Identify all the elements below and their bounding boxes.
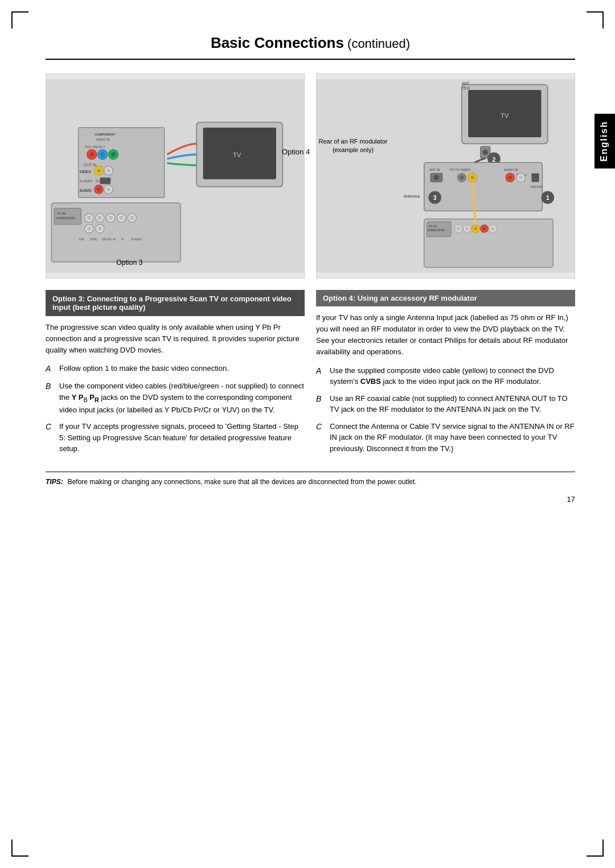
svg-text:CH3 CH4: CH3 CH4 (531, 186, 543, 189)
svg-text:AUDIO IN: AUDIO IN (503, 168, 518, 171)
option4-item-c: C Connect the Antenna or Cable TV servic… (316, 421, 575, 455)
svg-text:ATSC: ATSC (90, 238, 97, 241)
svg-rect-42 (100, 178, 110, 184)
diagram-option4-wrapper: TV ANT 75 Ω 2 ANT IN TO T (316, 73, 575, 279)
corner-mark-br (587, 840, 604, 857)
option4-content: Option 4: Using an accessory RF modulato… (316, 290, 575, 460)
option4-label: Option 4 (282, 148, 310, 156)
svg-point-33 (111, 152, 116, 157)
svg-point-77 (519, 175, 523, 180)
svg-text:AUDIO: AUDIO (80, 189, 92, 193)
svg-text:TO AV: TO AV (57, 212, 66, 215)
svg-text:75 Ω: 75 Ω (462, 86, 470, 90)
svg-point-8 (98, 216, 102, 220)
svg-point-90 (457, 227, 461, 231)
option4-item-a: A Use the supplied composite video cable… (316, 365, 575, 387)
svg-text:TV: TV (233, 152, 241, 158)
svg-text:1: 1 (546, 195, 550, 201)
svg-text:S-VIDEO: S-VIDEO (80, 179, 93, 183)
option4-header: Option 4: Using an accessory RF modulato… (316, 290, 575, 306)
option4-body: If your TV has only a single Antenna Inp… (316, 312, 575, 358)
svg-point-71 (460, 175, 464, 180)
svg-text:ANT: ANT (462, 81, 469, 85)
option3-content: Option 3: Connecting to a Progressive Sc… (46, 290, 305, 460)
svg-point-45 (97, 187, 101, 192)
tips-label: TIPS: (46, 478, 63, 486)
sidebar-tab: English (594, 114, 615, 169)
svg-text:SUBWOOFER: SUBWOOFER (427, 229, 445, 232)
svg-text:TO TV VIDEO: TO TV VIDEO (450, 168, 470, 171)
corner-mark-tr (587, 11, 604, 28)
svg-point-59 (483, 150, 488, 155)
diagram4-svg: TV ANT 75 Ω 2 ANT IN TO T (317, 74, 575, 278)
svg-text:Yr/B: Yr/B (79, 238, 84, 241)
svg-point-39 (106, 169, 111, 173)
svg-point-29 (89, 152, 94, 157)
page-title: Basic Connections (continued) (46, 34, 575, 60)
svg-point-18 (98, 227, 102, 231)
svg-text:DIGITAL IN: DIGITAL IN (102, 238, 116, 241)
tips-section: TIPS: Before making or changing any conn… (46, 472, 575, 486)
page: English Basic Connections (continued) TO… (0, 0, 615, 868)
diagram-option3: TO AV SUBWOOFER Yr/B ATSC (46, 73, 305, 279)
svg-point-75 (508, 175, 512, 180)
svg-text:Pr: Pr (121, 238, 124, 241)
svg-text:L: L (525, 173, 527, 177)
corner-mark-bl (11, 840, 28, 857)
svg-text:VIDEO IN: VIDEO IN (96, 138, 110, 141)
option4-diagram-label: Rear of an RF modulator (example only) (310, 137, 396, 155)
svg-text:Option 3: Option 3 (116, 259, 142, 267)
diagram3-svg: TO AV SUBWOOFER Yr/B ATSC (46, 74, 304, 278)
svg-point-73 (470, 175, 475, 180)
svg-rect-62 (424, 162, 543, 211)
option3-body: The progressive scan video quality is on… (46, 322, 305, 356)
diagram-option4: TV ANT 75 Ω 2 ANT IN TO T (316, 73, 575, 279)
svg-text:Pr/Cr Pb/Cb  Y: Pr/Cr Pb/Cb Y (85, 145, 105, 149)
tips-text: Before making or changing any connection… (68, 478, 417, 486)
diagrams-row: TO AV SUBWOOFER Yr/B ATSC (46, 73, 575, 279)
svg-point-92 (465, 227, 469, 231)
svg-text:TV: TV (501, 112, 509, 119)
svg-text:COMPONENT: COMPONENT (95, 133, 116, 136)
option3-item-c: C If your TV accepts progressive signals… (46, 421, 305, 455)
svg-rect-78 (532, 173, 539, 182)
svg-text:SUBWOOFER: SUBWOOFER (56, 216, 75, 220)
option3-header: Option 3: Connecting to a Progressive Sc… (46, 290, 305, 316)
svg-point-12 (119, 216, 124, 220)
svg-text:Antenna: Antenna (404, 194, 420, 199)
svg-point-96 (482, 227, 486, 231)
svg-point-47 (106, 187, 111, 192)
svg-text:2: 2 (493, 157, 496, 163)
svg-text:OUT  IN: OUT IN (84, 163, 96, 167)
svg-point-94 (474, 227, 478, 231)
option3-item-a: A Follow option 1 to make the basic vide… (46, 363, 305, 375)
svg-text:3: 3 (433, 195, 437, 201)
svg-point-10 (108, 216, 113, 220)
page-number: 17 (46, 495, 575, 503)
svg-point-14 (130, 216, 134, 220)
svg-text:ANT IN: ANT IN (429, 168, 440, 171)
svg-text:S-VIDEO: S-VIDEO (131, 238, 142, 241)
svg-text:IN: IN (96, 179, 99, 183)
svg-point-98 (491, 227, 495, 231)
corner-mark-tl (11, 11, 28, 28)
svg-point-69 (434, 175, 439, 180)
svg-point-37 (97, 169, 101, 173)
svg-point-6 (87, 216, 92, 220)
option3-item-b: B Use the component video cables (red/bl… (46, 380, 305, 415)
svg-point-16 (87, 227, 92, 231)
option4-item-b: B Use an RF coaxial cable (not supplied)… (316, 393, 575, 415)
svg-text:VIDEO: VIDEO (80, 170, 92, 174)
svg-text:TO AV: TO AV (428, 224, 437, 228)
content-grid: Option 3: Connecting to a Progressive Sc… (46, 290, 575, 460)
svg-point-31 (100, 152, 105, 157)
